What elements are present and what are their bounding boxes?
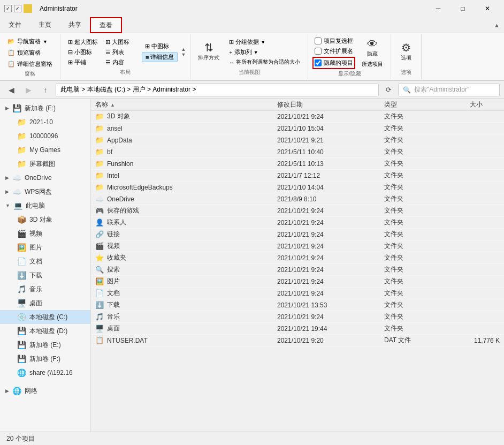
refresh-button[interactable]: ⟳ [382,84,395,96]
sidebar-item-new-vol-f[interactable]: ▶ 💾 新加卷 (F:) [0,101,90,115]
sort-button[interactable]: ⇅ 排序方式 [195,41,223,63]
sidebar-item-my-games[interactable]: 📁 My Games [0,143,90,157]
folder-icon: 📁 [17,146,26,154]
small-icon-button[interactable]: ⊟ 小图标 [65,48,101,57]
sidebar-item-share[interactable]: 🌐 share (\\192.16 [0,366,90,380]
tile-button[interactable]: ⊞ 平铺 [65,58,101,67]
table-row[interactable]: 📁 Funshion 2021/5/11 10:13 文件夹 [91,158,504,170]
detail-pane-button[interactable]: 📋 详细信息窗格 [4,59,56,69]
sidebar-item-this-pc[interactable]: ▼ 💻 此电脑 [0,199,90,213]
hide-button[interactable]: 👁 隐藏 [358,37,386,59]
nav-icon: 📂 [7,38,15,45]
table-row[interactable]: 🔗 链接 2021/10/21 9:24 文件夹 [91,229,504,240]
file-type: 文件夹 [380,183,465,192]
file-type: DAT 文件 [380,336,465,345]
sidebar-label: WPS网盘 [25,187,52,197]
preview-pane-button[interactable]: 📋 预览窗格 [4,48,56,58]
table-row[interactable]: ☁️ OneDrive 2021/8/9 8:10 文件夹 [91,193,504,205]
fit-columns-button[interactable]: ↔ 将所有列调整为合适的大小 [226,58,303,66]
hidden-items-option[interactable]: 隐藏的项目 [312,57,355,69]
options-button[interactable]: ⚙ 选项 [395,41,417,63]
show-selected-button[interactable]: 所选项目 [358,60,386,69]
sidebar-item-desktop[interactable]: 🖥️ 桌面 [0,296,90,310]
file-name: 保存的游戏 [107,206,139,215]
sidebar-item-3d-objects[interactable]: 📦 3D 对象 [0,213,90,227]
sidebar-item-downloads[interactable]: ⬇️ 下载 [0,268,90,282]
breadcrumb-bar[interactable]: 此电脑 > 本地磁盘 (C:) > 用户 > Administrator > [56,84,379,96]
table-row[interactable]: ⭐ 收藏夹 2021/10/21 9:24 文件夹 [91,252,504,264]
sidebar-item-pictures[interactable]: 🖼️ 图片 [0,240,90,254]
close-button[interactable]: ✕ [475,0,500,17]
item-checkbox-option[interactable]: 项目复选框 [312,36,355,46]
extra-large-icon-button[interactable]: ⊞ 超大图标 [65,37,101,47]
file-ext-input[interactable] [315,48,322,55]
col-size-header[interactable]: 大小 [465,99,504,110]
file-name: 3D 对象 [107,112,130,121]
file-icon: 🎬 [95,242,104,250]
back-button[interactable]: ◀ [4,83,18,97]
col-date-header[interactable]: 修改日期 [273,99,380,110]
sidebar-item-videos[interactable]: 🎬 视频 [0,227,90,240]
sidebar-item-wps[interactable]: ▶ ☁️ WPS网盘 [0,185,90,199]
sidebar-item-onedrive[interactable]: ▶ ☁️ OneDrive [0,171,90,185]
table-row[interactable]: 🎵 音乐 2021/10/21 9:24 文件夹 [91,311,504,323]
sidebar-item-new-vol-f2[interactable]: 💾 新加卷 (F:) [0,352,90,366]
sidebar-item-documents[interactable]: 📄 文档 [0,254,90,268]
table-row[interactable]: 🔍 搜索 2021/10/21 9:24 文件夹 [91,264,504,276]
item-checkbox-input[interactable] [315,37,322,44]
up-button[interactable]: ↑ [39,83,52,97]
detail-view-button[interactable]: ≡ 详细信息 [142,52,178,62]
medium-icon-button[interactable]: ⊞ 中图标 [142,42,178,51]
sidebar-item-screenshot[interactable]: 📁 屏幕截图 [0,157,90,171]
table-row[interactable]: 📁 MicrosoftEdgeBackups 2021/1/10 14:04 文… [91,182,504,193]
forward-button[interactable]: ▶ [21,83,35,97]
sidebar-item-music[interactable]: 🎵 音乐 [0,282,90,296]
file-ext-option[interactable]: 文件扩展名 [312,47,355,56]
large-icon-button[interactable]: ⊞ 大图标 [102,37,139,47]
table-row[interactable]: 👤 联系人 2021/10/21 9:24 文件夹 [91,217,504,229]
maximize-button[interactable]: □ [450,0,475,17]
col-type-header[interactable]: 类型 [380,99,465,110]
list-button[interactable]: ☰ 列表 [102,48,139,57]
table-row[interactable]: 📁 Intel 2021/1/7 12:12 文件夹 [91,170,504,182]
sidebar-label: 2021-10 [29,118,53,126]
minimize-button[interactable]: ─ [426,0,450,17]
table-row[interactable]: 📄 文档 2021/10/21 9:24 文件夹 [91,288,504,299]
hidden-items-input[interactable] [315,59,322,66]
search-bar[interactable]: 🔍 搜索"Administrator" [398,84,500,96]
sidebar-label: 本地磁盘 (C:) [29,313,67,322]
table-row[interactable]: 📁 ansel 2021/1/10 15:04 文件夹 [91,123,504,134]
sidebar-item-2021-10[interactable]: 📁 2021-10 [0,115,90,129]
content-button[interactable]: ☰ 内容 [102,58,139,67]
col-name-header[interactable]: 名称 ▲ [91,99,273,110]
table-row[interactable]: 🎮 保存的游戏 2021/10/21 9:24 文件夹 [91,205,504,217]
tab-share[interactable]: 共享 [60,17,90,33]
sidebar-item-local-d[interactable]: 💾 本地磁盘 (D:) [0,324,90,338]
file-date: 2021/10/21 9:24 [273,243,380,250]
file-date: 2021/5/11 10:40 [273,148,380,156]
group-by-button[interactable]: ⊞ 分组依据 ▼ [226,37,303,47]
file-icon: 🖥️ [95,325,104,333]
table-row[interactable]: ⬇️ 下载 2021/10/21 13:53 文件夹 [91,299,504,311]
table-row[interactable]: 🖼️ 图片 2021/10/21 9:24 文件夹 [91,276,504,288]
sidebar-item-new-vol-e[interactable]: 💾 新加卷 (E:) [0,338,90,352]
add-column-button[interactable]: + 添加列 ▼ [226,48,303,57]
nav-pane-button[interactable]: 📂 导航窗格 ▼ [4,36,56,47]
sidebar-item-local-c[interactable]: 💿 本地磁盘 (C:) [0,310,90,324]
sidebar-item-10000096[interactable]: 📁 10000096 [0,129,90,143]
table-row[interactable]: 📁 3D 对象 2021/10/21 9:24 文件夹 [91,111,504,123]
tab-home[interactable]: 主页 [30,17,60,33]
table-row[interactable]: 📁 bf 2021/5/11 10:40 文件夹 [91,146,504,158]
table-row[interactable]: 🖥️ 桌面 2021/10/21 19:44 文件夹 [91,323,504,335]
table-row[interactable]: 🎬 视频 2021/10/21 9:24 文件夹 [91,240,504,252]
layout-dropdown[interactable]: ▲ ▼ [181,36,186,67]
table-row[interactable]: 📁 AppData 2021/10/21 9:21 文件夹 [91,134,504,146]
ribbon-arrow-up[interactable]: ▲ [490,17,504,33]
tab-view[interactable]: 查看 [90,17,122,33]
file-date: 2021/1/7 12:12 [273,172,380,179]
table-row[interactable]: 📋 NTUSER.DAT 2021/10/21 9:20 DAT 文件 11,7… [91,335,504,346]
doc-icon: 📄 [17,257,26,266]
sidebar-item-network[interactable]: ▶ 🌐 网络 [0,384,90,398]
title-bar-icons: ✓ ✓ [4,4,35,13]
tab-file[interactable]: 文件 [0,17,30,33]
